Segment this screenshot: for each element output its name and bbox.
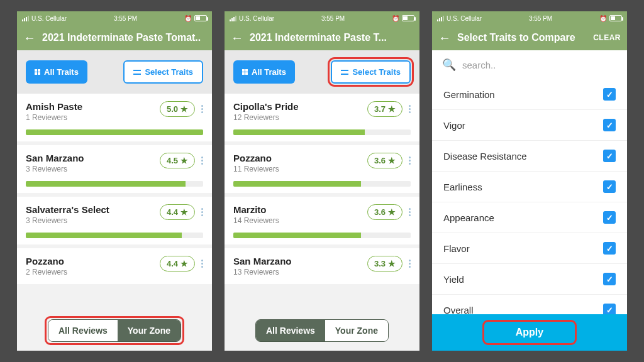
variety-name: Marzito [233,204,279,215]
trait-row[interactable]: Germination [432,79,627,110]
trait-row[interactable]: Flavor [432,233,627,264]
trait-row[interactable]: Vigor [432,110,627,141]
more-icon[interactable] [201,105,203,113]
status-bar: U.S. Cellular 3:55 PM ⏰ [17,11,212,25]
select-traits-label: Select Traits [145,68,193,76]
trait-button-row: All Traits Select Traits [225,50,419,94]
more-icon[interactable] [409,156,411,165]
variety-name: Amish Paste [26,101,82,112]
trait-label: Earliness [443,182,482,192]
trait-label: Flavor [443,243,470,254]
trait-label: Appearance [443,212,494,223]
status-bar: U.S. Cellular 3:55 PM ⏰ [432,11,627,25]
rating-badge: 4.4★ [160,204,195,220]
seg-all-reviews[interactable]: All Reviews [48,320,118,341]
star-icon: ★ [388,259,396,268]
select-traits-button[interactable]: Select Traits [123,60,203,84]
more-icon[interactable] [409,260,411,268]
app-header: ← 2021 Indeterminate Paste Tomat.. [17,25,212,50]
rating-bar [233,129,411,135]
more-icon[interactable] [201,208,203,216]
sliders-icon [341,69,348,75]
more-icon[interactable] [409,208,411,216]
list-item[interactable]: Pozzano 11 Reviewers 3.6★ [225,145,419,197]
trait-label: Overall [443,305,474,315]
back-icon[interactable]: ← [23,31,36,44]
variety-list: Amish Paste 1 Reviewers 5.0★ San Marzano… [17,94,212,351]
rating-bar [233,233,411,238]
trait-label: Disease Resistance [443,151,527,162]
checkbox-icon[interactable] [603,242,616,255]
apply-button[interactable]: Apply [432,314,627,351]
app-header: ← Select Traits to Compare CLEAR [432,25,627,50]
list-item[interactable]: Pozzano 2 Reviewers 4.4★ [17,248,212,288]
more-icon[interactable] [201,156,203,165]
reviewer-count: 1 Reviewers [26,113,82,122]
page-title: 2021 Indeterminate Paste Tomat.. [42,32,206,43]
carrier-label: U.S. Cellular [447,15,482,22]
more-icon[interactable] [201,260,203,268]
rating-badge: 4.5★ [160,153,195,168]
reviewer-count: 3 Reviewers [26,216,109,225]
trait-button-row: All Traits Select Traits [17,50,212,94]
reviewer-count: 13 Reviewers [233,268,292,277]
search-icon: 🔍 [442,58,456,72]
all-traits-label: All Traits [44,68,79,76]
search-input[interactable]: 🔍 search.. [432,50,627,79]
all-traits-button[interactable]: All Traits [233,60,295,84]
variety-name: San Marzano [26,153,84,163]
review-scope-toggle: All Reviews Your Zone [48,319,181,342]
checkbox-icon[interactable] [603,211,616,224]
star-icon: ★ [388,207,396,217]
rating-badge: 4.4★ [160,256,195,272]
clear-button[interactable]: CLEAR [593,33,621,42]
page-title: Select Traits to Compare [457,32,587,43]
rating-bar [233,181,411,187]
back-icon[interactable]: ← [231,31,243,44]
checkbox-icon[interactable] [603,304,616,314]
status-time: 3:55 PM [114,15,137,22]
list-item[interactable]: Marzito 14 Reviewers 3.6★ [225,197,419,248]
rating-badge: 3.6★ [367,153,402,168]
back-icon[interactable]: ← [438,31,451,44]
list-item[interactable]: Cipolla's Pride 12 Reviewers 3.7★ [225,94,419,145]
rating-bar [26,181,203,187]
battery-icon [402,15,414,21]
list-item[interactable]: Salvaterra's Select 3 Reviewers 4.4★ [17,197,212,248]
carrier-label: U.S. Cellular [31,15,67,22]
checkbox-icon[interactable] [603,273,616,285]
search-placeholder: search.. [462,60,496,70]
reviewer-count: 3 Reviewers [26,165,84,173]
all-traits-label: All Traits [252,68,286,76]
seg-all-reviews[interactable]: All Reviews [256,320,325,341]
trait-row[interactable]: Earliness [432,172,627,202]
select-traits-label: Select Traits [352,68,401,76]
variety-list: Cipolla's Pride 12 Reviewers 3.7★ Pozzan… [225,94,419,351]
trait-row[interactable]: Yield [432,264,627,295]
rating-badge: 3.3★ [367,256,402,272]
checkbox-icon[interactable] [603,88,616,101]
checkbox-icon[interactable] [603,150,616,162]
list-item[interactable]: San Marzano 3 Reviewers 4.5★ [17,145,212,197]
rating-badge: 3.7★ [367,101,402,117]
review-scope-toggle: All Reviews Your Zone [255,319,389,342]
star-icon: ★ [180,259,188,268]
all-traits-button[interactable]: All Traits [26,60,87,84]
checkbox-icon[interactable] [603,180,616,193]
trait-row[interactable]: Disease Resistance [432,141,627,172]
more-icon[interactable] [409,105,411,113]
seg-your-zone[interactable]: Your Zone [325,320,388,341]
carrier-label: U.S. Cellular [239,15,274,22]
checkbox-icon[interactable] [603,119,616,131]
trait-row[interactable]: Appearance [432,202,627,233]
list-item[interactable]: Amish Paste 1 Reviewers 5.0★ [17,94,212,145]
alarm-icon: ⏰ [392,15,399,22]
signal-icon [230,16,236,21]
select-traits-button[interactable]: Select Traits [331,60,411,84]
rating-bar [26,233,203,238]
seg-your-zone[interactable]: Your Zone [118,320,180,341]
trait-row[interactable]: Overall [432,295,627,314]
list-item[interactable]: San Marzano 13 Reviewers 3.3★ [225,248,419,288]
trait-label: Vigor [443,120,465,131]
variety-name: Pozzano [233,153,279,163]
